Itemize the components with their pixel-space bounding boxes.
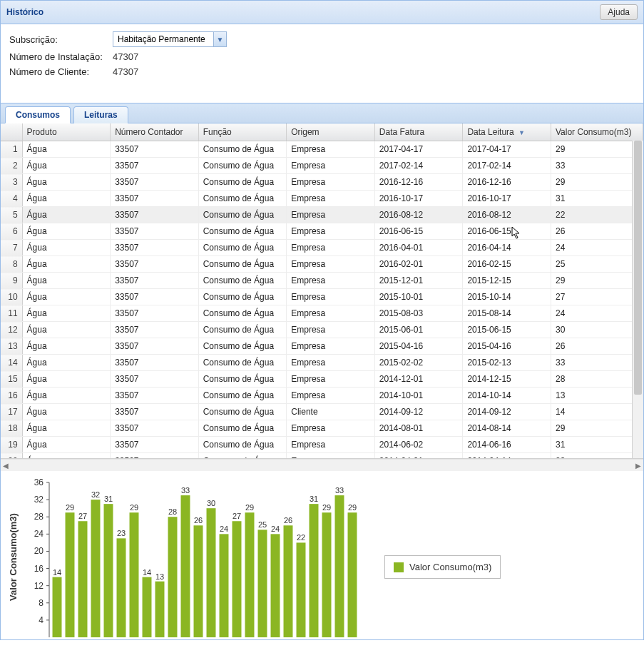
cell-produto: Água — [22, 420, 111, 437]
table-row[interactable]: 10Água33507Consumo de ÁguaEmpresa2015-10… — [1, 289, 643, 305]
svg-rect-46 — [220, 534, 229, 637]
table-row[interactable]: 7Água33507Consumo de ÁguaEmpresa2016-04-… — [1, 240, 643, 256]
table-row[interactable]: 16Água33507Consumo de ÁguaEmpresa2014-10… — [1, 388, 643, 404]
sort-desc-icon: ▼ — [518, 129, 525, 136]
cell-origem: Empresa — [287, 273, 375, 289]
vertical-scrollbar[interactable] — [632, 141, 643, 458]
cell-contador: 33507 — [111, 158, 199, 174]
cell-produto: Água — [22, 305, 111, 322]
cell-rownum: 1 — [1, 141, 22, 158]
table-row[interactable]: 15Água33507Consumo de ÁguaEmpresa2014-12… — [1, 371, 643, 388]
cell-rownum: 19 — [1, 437, 22, 453]
table-row[interactable]: 20Água33507Consumo de ÁguaEmpresa2014-04… — [1, 453, 643, 460]
svg-text:4: 4 — [39, 615, 44, 625]
table-row[interactable]: 6Água33507Consumo de ÁguaEmpresa2016-06-… — [1, 223, 643, 240]
col-funcao[interactable]: Função — [198, 123, 287, 141]
table-row[interactable]: 13Água33507Consumo de ÁguaEmpresa2015-04… — [1, 338, 643, 355]
svg-rect-58 — [297, 542, 306, 637]
table-row[interactable]: 8Água33507Consumo de ÁguaEmpresa2016-02-… — [1, 256, 643, 273]
tab-consumos[interactable]: Consumos — [5, 106, 71, 123]
table-row[interactable]: 12Água33507Consumo de ÁguaEmpresa2015-06… — [1, 322, 643, 338]
svg-rect-20 — [53, 577, 62, 637]
table-row[interactable]: 11Água33507Consumo de ÁguaEmpresa2015-08… — [1, 305, 643, 322]
cell-leitura: 2016-12-16 — [463, 174, 551, 191]
cell-funcao: Consumo de Água — [198, 355, 287, 371]
combo-trigger[interactable]: ▼ — [213, 32, 226, 46]
table-row[interactable]: 5Água33507Consumo de ÁguaEmpresa2016-08-… — [1, 207, 643, 223]
svg-text:12: 12 — [34, 581, 44, 591]
table-row[interactable]: 18Água33507Consumo de ÁguaEmpresa2014-08… — [1, 420, 643, 437]
help-button[interactable]: Ajuda — [600, 4, 638, 20]
svg-text:28: 28 — [168, 507, 177, 516]
subscricao-combo[interactable]: ▼ — [113, 31, 227, 47]
scroll-right-icon[interactable]: ▶ — [635, 462, 641, 470]
table-row[interactable]: 9Água33507Consumo de ÁguaEmpresa2015-12-… — [1, 273, 643, 289]
col-leitura[interactable]: Data Leitura ▼ — [463, 123, 551, 141]
cell-rownum: 11 — [1, 305, 22, 322]
horizontal-scrollbar[interactable]: ◀ ▶ — [1, 459, 643, 471]
svg-rect-54 — [271, 534, 280, 637]
col-produto[interactable]: Produto — [22, 123, 111, 141]
svg-text:29: 29 — [322, 503, 331, 512]
cliente-value: 47307 — [113, 66, 138, 77]
col-leitura-label: Data Leitura — [467, 127, 513, 137]
subscricao-input[interactable] — [113, 32, 213, 46]
svg-text:23: 23 — [117, 529, 126, 537]
cell-funcao: Consumo de Água — [198, 453, 287, 460]
cell-valor: 27 — [551, 289, 643, 305]
cell-produto: Água — [22, 141, 111, 158]
cell-fatura: 2015-02-02 — [374, 355, 463, 371]
cell-rownum: 3 — [1, 174, 22, 191]
table-row[interactable]: 4Água33507Consumo de ÁguaEmpresa2016-10-… — [1, 191, 643, 207]
consumo-chart: 4812162024283236Valor Consumo(m3)1429273… — [6, 477, 363, 637]
cell-fatura: 2016-08-12 — [374, 207, 463, 223]
cell-contador: 33507 — [111, 223, 199, 240]
tab-leituras[interactable]: Leituras — [73, 106, 128, 123]
cell-contador: 33507 — [111, 420, 199, 437]
cell-leitura: 2017-02-14 — [463, 158, 551, 174]
table-row[interactable]: 2Água33507Consumo de ÁguaEmpresa2017-02-… — [1, 158, 643, 174]
cell-valor: 29 — [551, 420, 643, 437]
svg-rect-64 — [335, 495, 344, 637]
cell-leitura: 2015-04-16 — [463, 338, 551, 355]
svg-rect-56 — [284, 525, 293, 637]
table-row[interactable]: 19Água33507Consumo de ÁguaEmpresa2014-06… — [1, 437, 643, 453]
col-valor[interactable]: Valor Consumo(m3) — [551, 123, 643, 141]
col-fatura[interactable]: Data Fatura — [374, 123, 463, 141]
svg-text:13: 13 — [155, 572, 164, 581]
cell-rownum: 17 — [1, 404, 22, 420]
svg-rect-32 — [130, 512, 139, 637]
svg-text:32: 32 — [91, 490, 100, 499]
cell-fatura: 2014-06-02 — [374, 437, 463, 453]
cell-rownum: 18 — [1, 420, 22, 437]
cell-leitura: 2015-12-15 — [463, 273, 551, 289]
svg-text:27: 27 — [78, 512, 87, 520]
table-row[interactable]: 1Água33507Consumo de ÁguaEmpresa2017-04-… — [1, 141, 643, 158]
cell-leitura: 2014-12-15 — [463, 371, 551, 388]
col-contador[interactable]: Número Contador — [111, 123, 199, 141]
cell-funcao: Consumo de Água — [198, 174, 287, 191]
cell-produto: Água — [22, 158, 111, 174]
cell-leitura: 2016-02-15 — [463, 256, 551, 273]
svg-text:25: 25 — [258, 520, 267, 529]
cell-rownum: 16 — [1, 388, 22, 404]
scroll-thumb[interactable] — [634, 141, 642, 395]
svg-rect-52 — [258, 530, 267, 637]
cell-rownum: 8 — [1, 256, 22, 273]
table-row[interactable]: 14Água33507Consumo de ÁguaEmpresa2015-02… — [1, 355, 643, 371]
svg-text:14: 14 — [143, 568, 151, 577]
cell-fatura: 2014-04-01 — [374, 453, 463, 460]
table-row[interactable]: 17Água33507Consumo de ÁguaCliente2014-09… — [1, 404, 643, 420]
cell-contador: 33507 — [111, 305, 199, 322]
cell-origem: Empresa — [287, 420, 375, 437]
table-row[interactable]: 3Água33507Consumo de ÁguaEmpresa2016-12-… — [1, 174, 643, 191]
cell-produto: Água — [22, 437, 111, 453]
cell-rownum: 9 — [1, 273, 22, 289]
col-origem[interactable]: Origem — [287, 123, 375, 141]
col-rownum[interactable] — [1, 123, 22, 141]
cell-valor: 29 — [551, 174, 643, 191]
svg-text:26: 26 — [194, 516, 203, 525]
subscricao-label: Subscrição: — [9, 34, 113, 45]
svg-text:8: 8 — [39, 598, 44, 608]
scroll-left-icon[interactable]: ◀ — [3, 462, 9, 470]
